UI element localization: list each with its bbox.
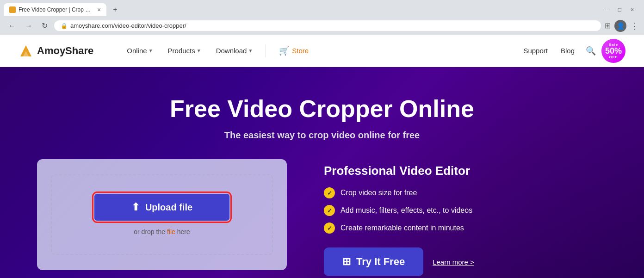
extensions-icon[interactable]: ⊞	[605, 21, 611, 30]
window-controls: ─ □ ×	[602, 6, 640, 14]
nav-item-support[interactable]: Support	[518, 43, 553, 58]
browser-menu-button[interactable]: ⋮	[630, 21, 638, 31]
nav-products-label: Products	[168, 47, 195, 55]
nav-item-online[interactable]: Online ▼	[121, 43, 158, 58]
feature-item-3: ✓ Create remarkable content in minutes	[324, 222, 607, 234]
sale-badge[interactable]: Sale 50% OFF	[601, 39, 625, 63]
title-bar: Free Video Cropper | Crop MP4 C × + ─ □ …	[0, 0, 644, 17]
nav-item-blog[interactable]: Blog	[555, 43, 580, 58]
hero-title: Free Video Cropper Online	[37, 95, 607, 123]
logo[interactable]: AmoyShare	[19, 43, 93, 58]
sale-percent-text: 50%	[605, 47, 622, 55]
new-tab-button[interactable]: +	[108, 3, 122, 17]
website: AmoyShare Online ▼ Products ▼ Download ▼…	[0, 35, 644, 278]
tab-close-button[interactable]: ×	[97, 6, 101, 13]
chevron-down-icon: ▼	[248, 48, 253, 53]
drop-text-after: here	[175, 228, 190, 235]
check-icon-3: ✓	[324, 222, 335, 234]
drop-file-word: file	[167, 228, 175, 235]
check-icon-1: ✓	[324, 187, 335, 198]
search-button[interactable]: 🔍	[582, 42, 600, 60]
tab-favicon	[9, 6, 16, 13]
toolbar-right: ⊞ 👤 ⋮	[605, 20, 638, 32]
hero-content: Free Video Cropper Online The easiest wa…	[37, 95, 607, 276]
feature-text-2: Add music, filters, effects, etc., to vi…	[341, 206, 472, 215]
address-bar[interactable]: 🔒 amoyshare.com/video-editor/video-cropp…	[54, 20, 601, 31]
logo-icon	[19, 43, 33, 58]
cart-icon: 🛒	[279, 46, 289, 56]
forward-button[interactable]: →	[22, 20, 35, 32]
try-btn-label: Try It Free	[356, 256, 405, 268]
navbar: AmoyShare Online ▼ Products ▼ Download ▼…	[0, 35, 644, 67]
nav-links: Online ▼ Products ▼ Download ▼ 🛒 Store	[121, 42, 518, 60]
nav-item-store[interactable]: 🛒 Store	[273, 42, 314, 60]
address-text: amoyshare.com/video-editor/video-cropper…	[70, 22, 594, 29]
nav-online-label: Online	[127, 47, 147, 55]
logo-text: AmoyShare	[37, 45, 93, 57]
sale-off-text: OFF	[609, 55, 618, 59]
upload-file-button[interactable]: ⬆ Upload file	[94, 194, 229, 221]
upload-area: ⬆ Upload file or drop the file here	[37, 159, 287, 270]
pro-editor-title: Professional Video Editor	[324, 164, 607, 178]
nav-item-download[interactable]: Download ▼	[211, 43, 259, 58]
nav-divider	[266, 44, 266, 57]
chevron-down-icon: ▼	[149, 48, 153, 53]
check-icon-2: ✓	[324, 205, 335, 216]
tab-title: Free Video Cropper | Crop MP4 C	[19, 6, 93, 13]
chevron-down-icon: ▼	[197, 48, 201, 53]
profile-initial: 👤	[617, 22, 625, 30]
hero-right: Professional Video Editor ✓ Crop video s…	[324, 159, 607, 276]
hero-subtitle: The easiest way to crop video online for…	[37, 130, 607, 141]
feature-list: ✓ Crop video size for free ✓ Add music, …	[324, 187, 607, 234]
nav-right: Support Blog 🔍 Sale 50% OFF	[518, 39, 625, 63]
drop-text-before: or drop the	[134, 228, 167, 235]
close-window-button[interactable]: ×	[628, 6, 637, 14]
nav-item-products[interactable]: Products ▼	[162, 43, 207, 58]
drop-hint-text: or drop the file here	[134, 228, 190, 235]
browser-tab[interactable]: Free Video Cropper | Crop MP4 C ×	[4, 3, 106, 16]
profile-icon[interactable]: 👤	[614, 20, 626, 32]
nav-store-label: Store	[292, 47, 309, 55]
try-it-free-button[interactable]: ⊞ Try It Free	[324, 247, 423, 276]
windows-icon: ⊞	[342, 256, 351, 268]
hero-section: Free Video Cropper Online The easiest wa…	[0, 67, 644, 278]
learn-more-link[interactable]: Learn more >	[433, 258, 474, 266]
upload-dropzone[interactable]: ⬆ Upload file or drop the file here	[51, 174, 273, 255]
feature-item-2: ✓ Add music, filters, effects, etc., to …	[324, 205, 607, 216]
maximize-button[interactable]: □	[615, 6, 624, 14]
feature-item-1: ✓ Crop video size for free	[324, 187, 607, 198]
hero-main: ⬆ Upload file or drop the file here Prof…	[37, 159, 607, 276]
feature-text-1: Crop video size for free	[341, 189, 417, 197]
action-row: ⊞ Try It Free Learn more >	[324, 247, 607, 276]
browser-toolbar: ← → ↻ 🔒 amoyshare.com/video-editor/video…	[0, 17, 644, 35]
browser-chrome: Free Video Cropper | Crop MP4 C × + ─ □ …	[0, 0, 644, 35]
lock-icon: 🔒	[61, 23, 68, 29]
nav-download-label: Download	[216, 47, 247, 55]
upload-icon: ⬆	[131, 201, 140, 213]
refresh-button[interactable]: ↻	[39, 19, 50, 32]
feature-text-3: Create remarkable content in minutes	[341, 224, 464, 232]
back-button[interactable]: ←	[6, 20, 19, 32]
minimize-button[interactable]: ─	[602, 6, 612, 14]
upload-btn-label: Upload file	[145, 202, 192, 213]
